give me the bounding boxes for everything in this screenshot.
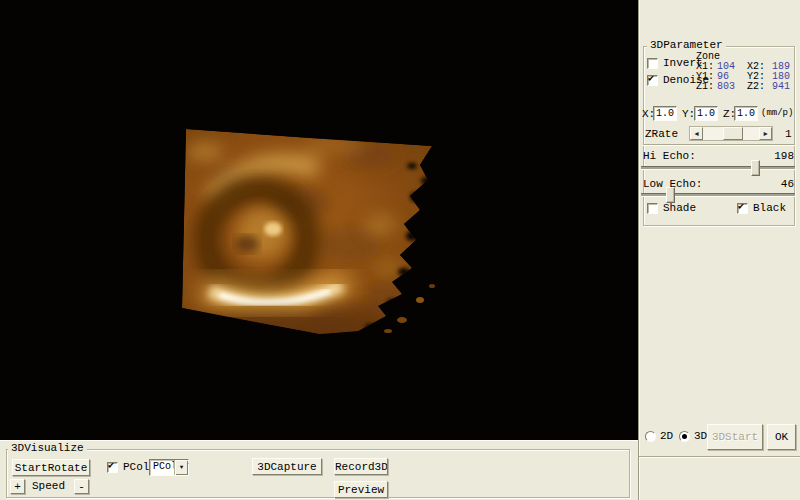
zrate-value: 1 [785, 128, 792, 140]
zrate-scroll-right-button[interactable]: ► [759, 127, 772, 140]
low-echo-value: 46 [781, 178, 794, 190]
zone-z1-value: 803 [717, 81, 735, 92]
zrate-scrollbar-thumb[interactable] [723, 127, 743, 140]
scale-unit-label: (mm/p) [761, 108, 793, 118]
scale-y-input[interactable] [694, 106, 718, 121]
record3d-button[interactable]: Record3D [334, 458, 388, 475]
mode-3d-label: 3D [694, 430, 707, 442]
parameter-group-label: 3DParameter [647, 39, 726, 51]
low-echo-slider-thumb[interactable] [666, 187, 675, 203]
mode-3d-radio[interactable] [679, 431, 690, 442]
hi-echo-slider-track[interactable] [641, 166, 795, 170]
ultrasound-render [0, 0, 638, 440]
denoise-check-icon: ✔ [648, 73, 654, 85]
parameter-panel: 3DParameter Invert ✔ Denoise Zone X1: 10… [638, 0, 800, 500]
zone-z2-label: Z2: [747, 81, 765, 92]
invert-checkbox[interactable] [647, 58, 658, 69]
visualize-panel: 3DVisualize StartRotate + Speed - ✔ PCol… [0, 440, 638, 500]
pcolor-checkbox[interactable]: ✔ [107, 462, 118, 473]
zrate-label: ZRate [645, 128, 678, 140]
visualize-group-label: 3DVisualize [8, 442, 87, 454]
ok-button[interactable]: OK [767, 424, 796, 450]
hi-echo-slider-thumb[interactable] [751, 160, 760, 176]
black-check-icon: ✔ [738, 201, 744, 213]
speed-minus-button[interactable]: - [74, 479, 89, 494]
hi-echo-label: Hi Echo: [643, 150, 696, 162]
zone-z1-label: Z1: [696, 81, 714, 92]
start-rotate-button[interactable]: StartRotate [12, 459, 90, 476]
mode-2d-radio[interactable] [645, 431, 656, 442]
mode-2d-label: 2D [660, 430, 673, 442]
speed-label: Speed [32, 480, 65, 492]
hi-echo-value: 198 [774, 150, 794, 162]
render-viewport[interactable] [0, 0, 638, 440]
shade-label: Shade [663, 202, 696, 214]
black-checkbox[interactable]: ✔ [737, 203, 748, 214]
parameter-separator [643, 144, 795, 146]
denoise-checkbox[interactable]: ✔ [647, 75, 658, 86]
preview-button[interactable]: Preview [334, 481, 388, 498]
pcolor-dropdown[interactable]: PColor ▼ [149, 459, 189, 476]
app-window: { "viewport": { "content": "3D ultrasoun… [0, 0, 800, 500]
speed-plus-button[interactable]: + [10, 479, 25, 494]
low-echo-slider-track[interactable] [641, 193, 795, 197]
zone-z2-value: 941 [772, 81, 790, 92]
3dstart-button[interactable]: 3DStart [707, 424, 763, 450]
zrate-scroll-left-button[interactable]: ◄ [690, 127, 703, 140]
dropdown-arrow-icon[interactable]: ▼ [174, 460, 188, 475]
scale-x-input[interactable] [653, 106, 677, 121]
pcolor-check-icon: ✔ [108, 460, 114, 472]
panel-bottom-separator [639, 456, 800, 458]
black-label: Black [753, 202, 786, 214]
zrate-scrollbar[interactable]: ◄ ► [689, 126, 773, 141]
scale-z-input[interactable] [734, 106, 758, 121]
3dcapture-button[interactable]: 3DCapture [252, 458, 322, 475]
shade-checkbox[interactable] [647, 203, 658, 214]
